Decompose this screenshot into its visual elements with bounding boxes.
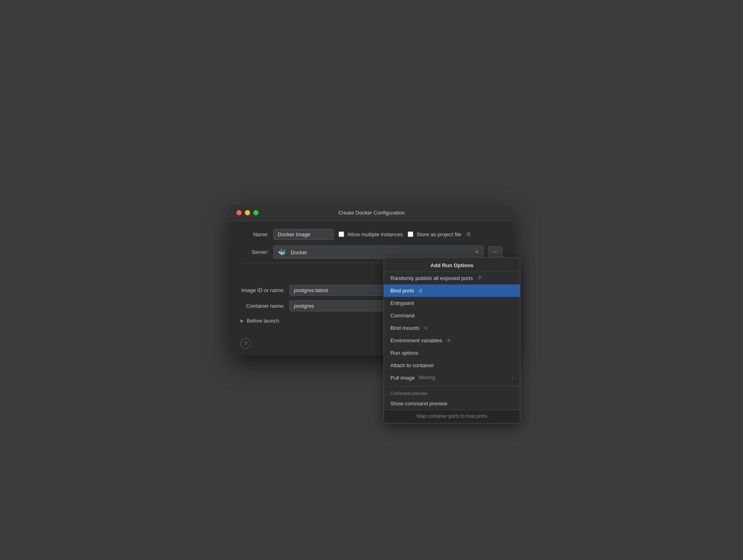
title-bar: Create Docker Configuration: [231, 205, 512, 221]
dropdown-divider: [384, 386, 520, 386]
dropdown-item-run-options[interactable]: Run options: [384, 347, 520, 359]
add-run-options-dropdown: Add Run Options Randomly publish all exp…: [384, 257, 520, 423]
dropdown-item-pull-image[interactable]: Pull image Missing ›: [384, 372, 520, 384]
server-row: Server: 🐳 Docker ▼ ···: [240, 245, 503, 259]
env-vars-shortcut: -e: [446, 337, 451, 343]
gear-icon[interactable]: ⚙: [466, 231, 471, 237]
dropdown-header: Add Run Options: [384, 258, 520, 272]
dropdown-item-bind-ports[interactable]: Bind ports -p: [384, 284, 520, 297]
dropdown-item-entrypoint[interactable]: Entrypoint: [384, 297, 520, 309]
dropdown-item-attach-container[interactable]: Attach to container: [384, 359, 520, 372]
dropdown-item-command[interactable]: Command: [384, 309, 520, 322]
allow-multiple-checkbox[interactable]: [339, 231, 344, 237]
dropdown-footer: Map container ports to host ports: [384, 410, 520, 423]
before-launch-label: Before launch: [247, 318, 279, 324]
window-controls: [236, 210, 259, 215]
server-value: Docker: [291, 249, 307, 255]
bind-mounts-shortcut: -v: [423, 325, 427, 331]
name-row: Name: Allow multiple instances Store as …: [240, 229, 503, 240]
name-input[interactable]: [273, 229, 334, 240]
dialog-title: Create Docker Configuration: [339, 210, 405, 216]
command-label: Command: [390, 313, 415, 319]
store-project-group: Store as project file ⚙: [408, 231, 471, 237]
show-command-preview-label: Show command preview: [390, 401, 447, 407]
server-select[interactable]: 🐳 Docker ▼: [273, 245, 484, 259]
pull-image-label: Pull image: [390, 375, 415, 381]
expand-icon[interactable]: ▶: [240, 318, 244, 323]
allow-multiple-label: Allow multiple instances: [347, 231, 403, 237]
randomly-publish-shortcut: -P: [477, 275, 482, 281]
allow-multiple-group: Allow multiple instances: [339, 231, 403, 237]
env-vars-label: Environment variables: [390, 337, 442, 343]
image-label: Image ID or name:: [240, 287, 285, 293]
randomly-publish-label: Randomly publish all exposed ports: [390, 275, 473, 281]
bind-ports-label: Bind ports: [390, 288, 414, 294]
maximize-button[interactable]: [253, 210, 259, 215]
more-button[interactable]: ···: [488, 246, 503, 258]
help-button[interactable]: ?: [240, 338, 251, 349]
attach-container-label: Attach to container: [390, 362, 434, 368]
section-label: Command preview: [384, 388, 520, 397]
bind-ports-shortcut: -p: [418, 288, 423, 293]
server-label: Server:: [240, 249, 269, 255]
help-icon: ?: [244, 341, 247, 347]
dropdown-item-bind-mounts[interactable]: Bind mounts -v: [384, 322, 520, 334]
store-project-checkbox[interactable]: [408, 231, 413, 237]
bind-mounts-label: Bind mounts: [390, 325, 419, 331]
close-button[interactable]: [236, 210, 242, 215]
entrypoint-label: Entrypoint: [390, 300, 414, 306]
dropdown-item-show-command-preview[interactable]: Show command preview: [384, 397, 520, 410]
minimize-button[interactable]: [245, 210, 250, 215]
run-options-label: Run options: [390, 350, 418, 356]
submenu-icon: ›: [512, 375, 513, 380]
dropdown-item-randomly-publish[interactable]: Randomly publish all exposed ports -P: [384, 272, 520, 284]
name-label: Name:: [240, 231, 269, 237]
container-label: Container name:: [240, 303, 285, 309]
dropdown-item-env-vars[interactable]: Environment variables -e: [384, 334, 520, 347]
store-project-label: Store as project file: [417, 231, 461, 237]
dialog-wrapper: Create Docker Configuration Name: Allow …: [231, 205, 512, 356]
docker-icon: 🐳: [278, 249, 286, 255]
pull-image-missing: Missing: [419, 375, 435, 380]
chevron-down-icon: ▼: [475, 249, 479, 254]
